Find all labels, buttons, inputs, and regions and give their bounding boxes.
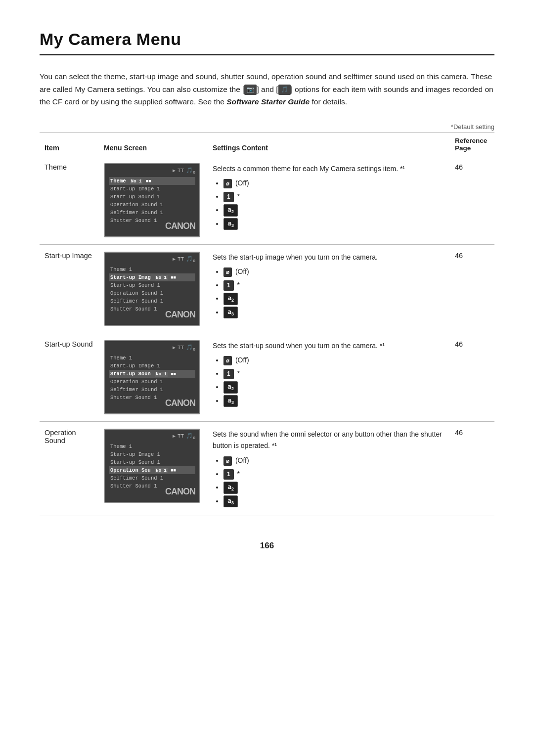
reference-page-cell: 46 (450, 156, 494, 244)
camera-brand-text: CANON (165, 487, 195, 497)
table-row: Theme▶ TT 🎵0Theme No 1 ■■Start-up Image … (40, 156, 494, 244)
settings-content-cell: Sets the start-up sound when you turn on… (208, 333, 450, 421)
screen-menu-row: Selftimer Sound 1 (109, 386, 195, 394)
settings-title: Sets the sound when the omni selector or… (213, 429, 445, 452)
num2-badge: 𝕒2 (223, 482, 238, 494)
settings-list: ⌀ (Off)1 *𝕒2𝕒3 (213, 178, 445, 230)
num3-badge: 𝕒3 (223, 218, 238, 230)
reference-page-cell: 46 (450, 244, 494, 333)
camera-brand-text: CANON (165, 310, 195, 320)
screen-menu-row: Start-up Soun No 1 ■■ (109, 370, 195, 378)
camera-screen: ▶ TT 🎵0Theme 1Start-up Image 1Start-up S… (104, 340, 200, 414)
camera-screen: ▶ TT 🎵0Theme 1Start-up Image 1Start-up S… (104, 429, 200, 503)
default-note: *Default setting (40, 123, 494, 131)
header-reference-page: Reference Page (450, 133, 494, 156)
settings-bullet-item: ⌀ (Off) (223, 178, 445, 189)
table-row: Start-up Image▶ TT 🎵0Theme 1Start-up Ima… (40, 244, 494, 333)
screen-menu-row: Start-up Sound 1 (109, 281, 195, 289)
settings-title: Sets the start-up sound when you turn on… (213, 340, 445, 352)
screen-menu-row: Start-up Sound 1 (109, 458, 195, 466)
settings-bullet-item: 𝕒2 (223, 204, 445, 217)
settings-bullet-item: 𝕒2 (223, 482, 445, 494)
settings-bullet-item: 𝕒3 (223, 307, 445, 319)
off-icon: ⌀ (223, 356, 232, 365)
settings-bullet-item: 1 * (223, 468, 445, 480)
camera-brand-text: CANON (165, 398, 195, 408)
settings-bullet-item: 1 * (223, 368, 445, 380)
header-menu-screen: Menu Screen (99, 133, 208, 156)
item-cell: Operation Sound (40, 421, 99, 516)
screen-menu-row: Theme 1 (109, 354, 195, 362)
settings-bullet-item: ⌀ (Off) (223, 355, 445, 366)
screen-menu-row: Start-up Image 1 (109, 185, 195, 193)
table-row: Operation Sound▶ TT 🎵0Theme 1Start-up Im… (40, 421, 494, 516)
page-title: My Camera Menu (40, 30, 494, 55)
screen-menu-row: Theme 1 (109, 443, 195, 450)
menu-screen-cell: ▶ TT 🎵0Theme 1Start-up Image 1Start-up S… (99, 421, 208, 516)
num3-badge: 𝕒3 (223, 395, 238, 407)
screen-menu-row: Theme No 1 ■■ (109, 177, 195, 185)
screen-menu-row: Selftimer Sound 1 (109, 474, 195, 482)
settings-bullet-item: 𝕒3 (223, 395, 445, 407)
settings-bullet-item: 1 * (223, 191, 445, 203)
num1-badge: 1 (223, 192, 234, 202)
menu-screen-cell: ▶ TT 🎵0Theme No 1 ■■Start-up Image 1Star… (99, 156, 208, 244)
num3-badge: 𝕒3 (223, 495, 238, 508)
item-cell: Start-up Image (40, 244, 99, 333)
screen-menu-row: Selftimer Sound 1 (109, 209, 195, 217)
num2-badge: 𝕒2 (223, 381, 238, 394)
camera-brand-text: CANON (165, 221, 195, 231)
off-icon: ⌀ (223, 267, 232, 277)
settings-bullet-item: 𝕒2 (223, 381, 445, 394)
table-row: Start-up Sound▶ TT 🎵0Theme 1Start-up Ima… (40, 333, 494, 421)
settings-list: ⌀ (Off)1 *𝕒2𝕒3 (213, 355, 445, 407)
screen-menu-row: Start-up Image 1 (109, 450, 195, 458)
num3-badge: 𝕒3 (223, 307, 238, 319)
settings-title: Sets the start-up image when you turn on… (213, 252, 445, 264)
screen-menu-row: Operation Sou No 1 ■■ (109, 466, 195, 474)
num2-badge: 𝕒2 (223, 204, 238, 217)
settings-bullet-item: 𝕒3 (223, 495, 445, 508)
reference-page-cell: 46 (450, 333, 494, 421)
item-cell: Start-up Sound (40, 333, 99, 421)
settings-list: ⌀ (Off)1 *𝕒2𝕒3 (213, 266, 445, 318)
menu-screen-cell: ▶ TT 🎵0Theme 1Start-up Image 1Start-up S… (99, 333, 208, 421)
settings-content-cell: Selects a common theme for each My Camer… (208, 156, 450, 244)
menu-screen-cell: ▶ TT 🎵0Theme 1Start-up Imag No 1 ■■Start… (99, 244, 208, 333)
item-cell: Theme (40, 156, 99, 244)
settings-bullet-item: ⌀ (Off) (223, 266, 445, 278)
reference-page-cell: 46 (450, 421, 494, 516)
settings-bullet-item: 𝕒3 (223, 218, 445, 230)
off-icon: ⌀ (223, 179, 232, 188)
header-item: Item (40, 133, 99, 156)
screen-menu-row: Theme 1 (109, 266, 195, 273)
screen-menu-row: Operation Sound 1 (109, 289, 195, 297)
screen-menu-row: Start-up Imag No 1 ■■ (109, 273, 195, 281)
settings-bullet-item: 𝕒2 (223, 293, 445, 305)
settings-list: ⌀ (Off)1 *𝕒2𝕒3 (213, 455, 445, 507)
settings-content-cell: Sets the start-up image when you turn on… (208, 244, 450, 333)
settings-content-cell: Sets the sound when the omni selector or… (208, 421, 450, 516)
num1-badge: 1 (223, 369, 234, 379)
camera-screen: ▶ TT 🎵0Theme 1Start-up Imag No 1 ■■Start… (104, 252, 200, 326)
settings-table: Item Menu Screen Settings Content Refere… (40, 133, 494, 517)
page-number: 166 (40, 541, 494, 551)
num1-badge: 1 (223, 280, 234, 290)
screen-menu-row: Start-up Image 1 (109, 362, 195, 370)
settings-title: Selects a common theme for each My Camer… (213, 163, 445, 175)
header-settings-content: Settings Content (208, 133, 450, 156)
off-icon: ⌀ (223, 456, 232, 466)
camera-screen: ▶ TT 🎵0Theme No 1 ■■Start-up Image 1Star… (104, 163, 200, 237)
num2-badge: 𝕒2 (223, 293, 238, 305)
screen-menu-row: Operation Sound 1 (109, 201, 195, 209)
screen-menu-row: Start-up Sound 1 (109, 193, 195, 201)
intro-paragraph: You can select the theme, start-up image… (40, 70, 494, 108)
screen-menu-row: Selftimer Sound 1 (109, 297, 195, 305)
num1-badge: 1 (223, 469, 234, 479)
settings-bullet-item: ⌀ (Off) (223, 455, 445, 467)
screen-menu-row: Operation Sound 1 (109, 378, 195, 386)
settings-bullet-item: 1 * (223, 279, 445, 291)
